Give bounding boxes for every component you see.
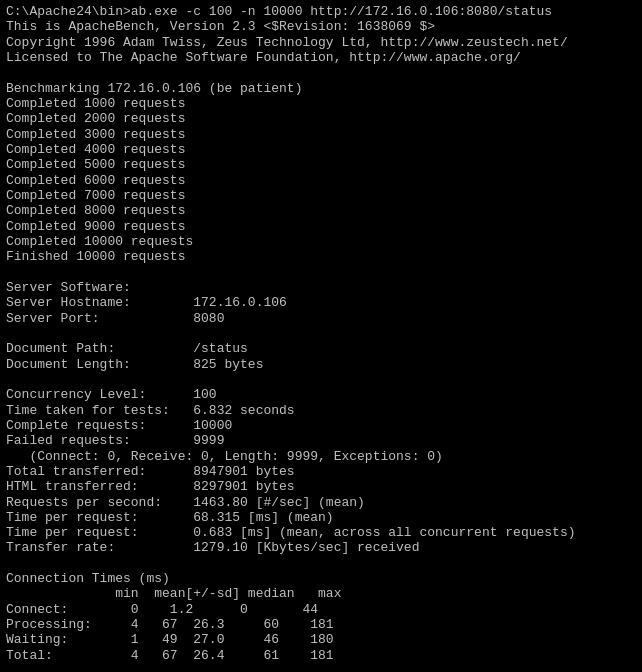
terminal-line: HTML transferred: 8297901 bytes	[6, 479, 636, 494]
terminal-line: Completed 5000 requests	[6, 157, 636, 172]
terminal-line: Connection Times (ms)	[6, 571, 636, 586]
terminal-line: Connect: 0 1.2 0 44	[6, 602, 636, 617]
terminal-line: Total: 4 67 26.4 61 181	[6, 648, 636, 663]
terminal-line: Transfer rate: 1279.10 [Kbytes/sec] rece…	[6, 540, 636, 555]
terminal-window: C:\Apache24\bin>ab.exe -c 100 -n 10000 h…	[6, 4, 636, 672]
terminal-line: Time per request: 0.683 [ms] (mean, acro…	[6, 525, 636, 540]
terminal-line	[6, 265, 636, 280]
terminal-line: Completed 3000 requests	[6, 127, 636, 142]
terminal-line: Benchmarking 172.16.0.106 (be patient)	[6, 81, 636, 96]
terminal-line: Server Software:	[6, 280, 636, 295]
terminal-line: This is ApacheBench, Version 2.3 <$Revis…	[6, 19, 636, 34]
terminal-line: Completed 7000 requests	[6, 188, 636, 203]
terminal-line: Completed 1000 requests	[6, 96, 636, 111]
terminal-line: Complete requests: 10000	[6, 418, 636, 433]
terminal-line: Completed 2000 requests	[6, 111, 636, 126]
terminal-line: Copyright 1996 Adam Twiss, Zeus Technolo…	[6, 35, 636, 50]
terminal-line: Time per request: 68.315 [ms] (mean)	[6, 510, 636, 525]
terminal-line: (Connect: 0, Receive: 0, Length: 9999, E…	[6, 449, 636, 464]
terminal-line: Processing: 4 67 26.3 60 181	[6, 617, 636, 632]
terminal-line: C:\Apache24\bin>ab.exe -c 100 -n 10000 h…	[6, 4, 636, 19]
terminal-line: Requests per second: 1463.80 [#/sec] (me…	[6, 495, 636, 510]
terminal-line: Completed 6000 requests	[6, 173, 636, 188]
terminal-line	[6, 65, 636, 80]
terminal-line: Completed 9000 requests	[6, 219, 636, 234]
terminal-line: Completed 8000 requests	[6, 203, 636, 218]
terminal-line	[6, 663, 636, 672]
terminal-line: Document Length: 825 bytes	[6, 357, 636, 372]
terminal-line: min mean[+/-sd] median max	[6, 586, 636, 601]
terminal-line: Completed 10000 requests	[6, 234, 636, 249]
terminal-line: Server Port: 8080	[6, 311, 636, 326]
terminal-line: Server Hostname: 172.16.0.106	[6, 295, 636, 310]
terminal-line: Failed requests: 9999	[6, 433, 636, 448]
terminal-line: Finished 10000 requests	[6, 249, 636, 264]
terminal-line: Concurrency Level: 100	[6, 387, 636, 402]
terminal-line: Time taken for tests: 6.832 seconds	[6, 403, 636, 418]
terminal-line	[6, 556, 636, 571]
terminal-line	[6, 326, 636, 341]
terminal-line: Licensed to The Apache Software Foundati…	[6, 50, 636, 65]
terminal-line	[6, 372, 636, 387]
terminal-line: Total transferred: 8947901 bytes	[6, 464, 636, 479]
terminal-line: Waiting: 1 49 27.0 46 180	[6, 632, 636, 647]
terminal-line: Completed 4000 requests	[6, 142, 636, 157]
terminal-line: Document Path: /status	[6, 341, 636, 356]
